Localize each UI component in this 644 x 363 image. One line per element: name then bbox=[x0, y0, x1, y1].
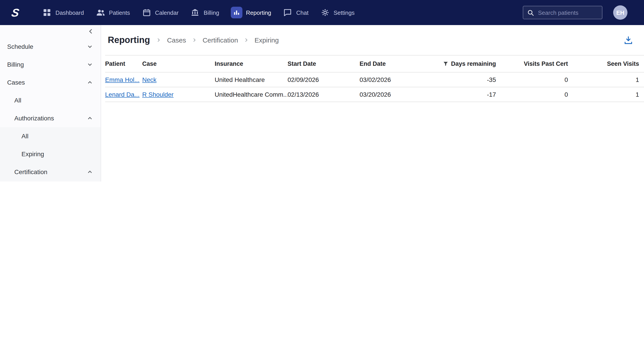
chat-icon bbox=[283, 8, 293, 18]
nav-label: Calendar bbox=[155, 9, 179, 16]
cell-visits-past-cert: 0 bbox=[500, 87, 572, 102]
column-header-label: Days remaining bbox=[451, 61, 496, 67]
download-button[interactable] bbox=[623, 35, 634, 46]
cell-patient: Emma Hol... bbox=[105, 72, 142, 87]
gear-icon bbox=[320, 8, 330, 18]
breadcrumb-reporting[interactable]: Reporting bbox=[108, 35, 150, 45]
breadcrumb-certification[interactable]: Certification bbox=[202, 36, 238, 44]
top-navbar: S Dashboard Patients Calendar bbox=[0, 0, 644, 25]
nav-label: Reporting bbox=[246, 9, 271, 16]
patient-link[interactable]: Lenard Da... bbox=[105, 91, 140, 98]
breadcrumb-expiring[interactable]: Expiring bbox=[254, 36, 278, 44]
nav-item-calendar[interactable]: Calendar bbox=[142, 8, 179, 18]
case-link[interactable]: R Shoulder bbox=[142, 91, 174, 98]
nav-label: Patients bbox=[109, 9, 130, 16]
patients-icon bbox=[96, 8, 105, 18]
cell-visits-past-cert: 0 bbox=[500, 72, 572, 87]
nav-item-settings[interactable]: Settings bbox=[320, 8, 355, 18]
nav-item-patients[interactable]: Patients bbox=[96, 8, 130, 18]
calendar-icon bbox=[142, 8, 152, 18]
sidebar-item-label: Cases bbox=[7, 79, 86, 86]
column-header-start-date[interactable]: Start Date bbox=[288, 55, 360, 72]
sidebar-item-label: Certification bbox=[14, 168, 86, 175]
patient-search bbox=[523, 6, 602, 19]
column-header-patient[interactable]: Patient bbox=[105, 55, 142, 72]
logo-letter: S bbox=[10, 6, 20, 19]
chevron-down-icon bbox=[86, 42, 94, 51]
nav-label: Dashboard bbox=[56, 9, 84, 16]
cell-days-remaining: -35 bbox=[418, 72, 500, 87]
column-header-visits-past-cert[interactable]: Visits Past Cert bbox=[500, 55, 572, 72]
nav-label: Chat bbox=[296, 9, 308, 16]
cell-start-date: 02/09/2026 bbox=[288, 72, 360, 87]
sidebar-item-schedule[interactable]: Schedule bbox=[0, 38, 100, 56]
case-link[interactable]: Neck bbox=[142, 76, 156, 83]
column-header-end-date[interactable]: End Date bbox=[360, 55, 418, 72]
nav-label: Settings bbox=[334, 9, 355, 16]
sidebar-item-authorizations-all[interactable]: All bbox=[0, 127, 100, 145]
table-row: Emma Hol... Neck United Healthcare 02/09… bbox=[105, 72, 644, 87]
chevron-right-icon bbox=[191, 37, 198, 44]
chevron-right-icon bbox=[156, 37, 162, 44]
app-root: S Dashboard Patients Calendar bbox=[0, 0, 644, 182]
bank-icon bbox=[190, 8, 200, 18]
cell-seen-visits: 1 bbox=[572, 87, 644, 102]
cell-start-date: 02/13/2026 bbox=[288, 87, 360, 102]
sidebar-item-cases[interactable]: Cases bbox=[0, 73, 100, 91]
sidebar-collapse-button[interactable] bbox=[0, 25, 100, 38]
sidebar-item-billing[interactable]: Billing bbox=[0, 56, 100, 73]
cell-patient: Lenard Da... bbox=[105, 87, 142, 102]
breadcrumb-cases[interactable]: Cases bbox=[167, 36, 186, 44]
sidebar-item-authorizations[interactable]: Authorizations bbox=[0, 109, 100, 127]
search-icon bbox=[527, 9, 534, 16]
sidebar-item-cases-all[interactable]: All bbox=[0, 91, 100, 109]
sidebar-item-label: All bbox=[14, 97, 94, 104]
sidebar-item-certification-all[interactable]: All bbox=[0, 181, 100, 182]
column-header-seen-visits[interactable]: Seen Visits bbox=[572, 55, 644, 72]
sidebar-item-label: Expiring bbox=[22, 150, 94, 158]
breadcrumb: Reporting Cases Certification Expiring bbox=[101, 25, 644, 55]
search-input[interactable] bbox=[537, 9, 598, 16]
nav-item-billing[interactable]: Billing bbox=[190, 8, 219, 18]
cell-insurance: UnitedHealthcare Comm... bbox=[215, 87, 288, 102]
sidebar: Schedule Billing Cases All Authorization… bbox=[0, 25, 101, 182]
cell-days-remaining: -17 bbox=[418, 87, 500, 102]
filter-icon[interactable] bbox=[442, 61, 449, 67]
sidebar-item-certification[interactable]: Certification bbox=[0, 163, 100, 181]
column-header-case[interactable]: Case bbox=[142, 55, 215, 72]
cell-seen-visits: 1 bbox=[572, 72, 644, 87]
table-row: Lenard Da... R Shoulder UnitedHealthcare… bbox=[105, 87, 644, 102]
main-content: Reporting Cases Certification Expiring bbox=[101, 25, 644, 182]
chevron-up-icon bbox=[86, 167, 94, 176]
cell-insurance: United Healthcare bbox=[215, 72, 288, 87]
table-header-row: Patient Case Insurance Start Date End Da… bbox=[105, 55, 644, 72]
main-nav: Dashboard Patients Calendar Billing bbox=[42, 7, 355, 18]
app-logo[interactable]: S bbox=[0, 6, 30, 19]
sidebar-item-label: Billing bbox=[7, 61, 86, 68]
certification-expiring-table: Patient Case Insurance Start Date End Da… bbox=[105, 55, 644, 102]
chevron-right-icon bbox=[243, 37, 250, 44]
cell-end-date: 03/02/2026 bbox=[360, 72, 418, 87]
dashboard-icon bbox=[42, 8, 52, 18]
nav-item-dashboard[interactable]: Dashboard bbox=[42, 8, 84, 18]
table-empty-area bbox=[101, 102, 644, 182]
nav-item-chat[interactable]: Chat bbox=[283, 8, 308, 18]
cell-case: Neck bbox=[142, 72, 215, 87]
reporting-icon bbox=[231, 7, 242, 18]
patient-link[interactable]: Emma Hol... bbox=[105, 76, 140, 83]
navbar-right: EH bbox=[523, 5, 644, 20]
sidebar-item-label: All bbox=[22, 133, 94, 140]
column-header-insurance[interactable]: Insurance bbox=[215, 55, 288, 72]
user-avatar[interactable]: EH bbox=[613, 5, 628, 20]
chevron-down-icon bbox=[86, 60, 94, 69]
chevron-left-icon bbox=[86, 27, 95, 36]
cell-case: R Shoulder bbox=[142, 87, 215, 102]
chevron-up-icon bbox=[86, 78, 94, 87]
nav-item-reporting[interactable]: Reporting bbox=[231, 7, 271, 18]
sidebar-item-authorizations-expiring[interactable]: Expiring bbox=[0, 145, 100, 163]
sidebar-item-label: Authorizations bbox=[14, 115, 86, 122]
column-header-days-remaining[interactable]: Days remaining bbox=[418, 55, 500, 72]
nav-label: Billing bbox=[204, 9, 219, 16]
sidebar-item-label: Schedule bbox=[7, 43, 86, 50]
chevron-up-icon bbox=[86, 114, 94, 123]
